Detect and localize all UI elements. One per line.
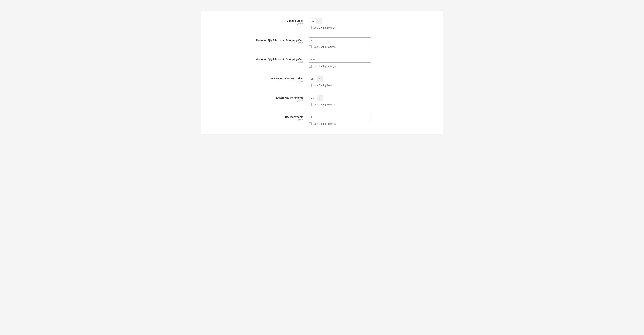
- chevron-down-icon: [316, 18, 322, 24]
- scope-label: [global]: [212, 118, 303, 121]
- manage-stock-select[interactable]: No: [309, 18, 322, 24]
- scope-label: [global]: [212, 42, 303, 44]
- control-col: Use Config Settings: [309, 114, 432, 125]
- enable-qty-inc-label: Enable Qty Increments: [276, 96, 304, 99]
- use-config-label: Use Config Settings: [314, 122, 336, 125]
- deferred-stock-label: Use Deferred Stock Update: [271, 77, 304, 80]
- field-min-qty: Minimum Qty Allowed in Shopping Cart [gl…: [212, 38, 432, 48]
- label-col: Manage Stock [global]: [212, 18, 309, 24]
- use-config-label: Use Config Settings: [314, 103, 336, 106]
- field-max-qty: Maximum Qty Allowed in Shopping Cart [gl…: [212, 56, 432, 68]
- min-qty-use-config-checkbox[interactable]: [309, 46, 312, 48]
- enable-qty-inc-use-config-checkbox[interactable]: [309, 103, 312, 106]
- qty-inc-use-config-row: Use Config Settings: [309, 122, 432, 125]
- field-qty-inc: Qty Increments [global] Use Config Setti…: [212, 114, 432, 125]
- label-col: Maximum Qty Allowed in Shopping Cart [gl…: [212, 56, 309, 63]
- scope-label: [global]: [212, 61, 303, 63]
- stock-settings-panel: Manage Stock [global] No Use Config Sett…: [201, 11, 443, 134]
- min-qty-input[interactable]: [309, 38, 371, 43]
- manage-stock-use-config-row: Use Config Settings: [309, 26, 432, 29]
- enable-qty-inc-use-config-row: Use Config Settings: [309, 103, 432, 106]
- max-qty-label: Maximum Qty Allowed in Shopping Cart: [256, 58, 304, 61]
- qty-inc-use-config-checkbox[interactable]: [309, 122, 312, 125]
- manage-stock-use-config-checkbox[interactable]: [309, 26, 312, 29]
- min-qty-use-config-row: Use Config Settings: [309, 46, 432, 48]
- svg-marker-2: [319, 98, 320, 98]
- control-col: Use Config Settings: [309, 56, 432, 68]
- svg-marker-0: [318, 21, 320, 22]
- field-manage-stock: Manage Stock [global] No Use Config Sett…: [212, 18, 432, 29]
- control-col: Use Config Settings: [309, 38, 432, 48]
- deferred-stock-use-config-row: Use Config Settings: [309, 84, 432, 87]
- label-col: Enable Qty Increments [global]: [212, 95, 309, 102]
- chevron-down-icon: [317, 95, 322, 101]
- deferred-stock-use-config-checkbox[interactable]: [309, 84, 312, 87]
- use-config-label: Use Config Settings: [314, 46, 336, 48]
- min-qty-label: Minimum Qty Allowed in Shopping Cart: [256, 39, 303, 42]
- enable-qty-inc-value: Yes: [309, 95, 316, 101]
- control-col: Yes Use Config Settings: [309, 76, 432, 87]
- label-col: Use Deferred Stock Update [global]: [212, 76, 309, 82]
- max-qty-use-config-row: Use Config Settings: [309, 65, 432, 68]
- chevron-down-icon: [317, 76, 322, 82]
- field-deferred-stock: Use Deferred Stock Update [global] Yes U…: [212, 76, 432, 87]
- control-col: No Use Config Settings: [309, 18, 432, 29]
- svg-marker-1: [319, 78, 320, 79]
- manage-stock-label: Manage Stock: [286, 20, 303, 22]
- control-col: Yes Use Config Settings: [309, 95, 432, 106]
- scope-label: [global]: [212, 22, 303, 24]
- label-col: Minimum Qty Allowed in Shopping Cart [gl…: [212, 38, 309, 44]
- use-config-label: Use Config Settings: [314, 84, 336, 87]
- scope-label: [global]: [212, 100, 303, 102]
- label-col: Qty Increments [global]: [212, 114, 309, 121]
- max-qty-use-config-checkbox[interactable]: [309, 65, 312, 68]
- field-enable-qty-inc: Enable Qty Increments [global] Yes Use C…: [212, 95, 432, 106]
- max-qty-input[interactable]: [309, 56, 371, 62]
- deferred-stock-select[interactable]: Yes: [309, 76, 322, 82]
- enable-qty-inc-select[interactable]: Yes: [309, 95, 322, 101]
- use-config-label: Use Config Settings: [314, 26, 336, 29]
- use-config-label: Use Config Settings: [314, 65, 336, 68]
- qty-inc-label: Qty Increments: [285, 116, 303, 118]
- deferred-stock-value: Yes: [309, 76, 316, 82]
- manage-stock-value: No: [309, 18, 316, 24]
- scope-label: [global]: [212, 80, 303, 82]
- qty-inc-input[interactable]: [309, 114, 371, 120]
